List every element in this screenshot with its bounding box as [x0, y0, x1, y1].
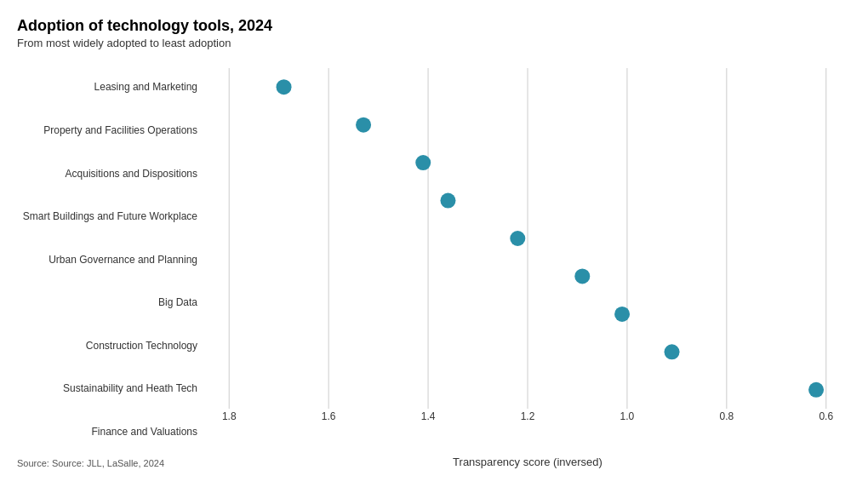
data-dot — [808, 382, 824, 398]
y-axis-label: Finance and Valuations — [17, 411, 197, 455]
y-axis-label: Construction Technology — [17, 324, 197, 368]
x-tick-label: 1.2 — [521, 410, 535, 422]
data-dot — [415, 155, 431, 170]
data-dot — [356, 118, 371, 133]
x-axis-area: 1.81.61.41.21.00.80.6Transparency score … — [204, 410, 851, 457]
plot-area: 1.81.61.41.21.00.80.6Transparency score … — [204, 66, 851, 454]
data-dot — [665, 344, 680, 359]
y-axis-label: Property and Facilities Operations — [17, 110, 197, 153]
y-axis-label: Acquisitions and Dispositions — [17, 152, 197, 196]
chart-title: Adoption of technology tools, 2024 — [17, 17, 851, 35]
y-axis-label: Leasing and Marketing — [17, 66, 197, 110]
data-dot — [440, 193, 455, 209]
x-tick-label: 0.8 — [720, 410, 734, 422]
data-dot — [510, 231, 525, 246]
y-axis-label: Urban Governance and Planning — [17, 238, 197, 282]
grid-and-dots — [204, 66, 851, 410]
x-axis-label: Transparency score (inversed) — [204, 456, 851, 468]
y-axis-label: Smart Buildings and Future Workplace — [17, 196, 197, 239]
data-dot — [277, 79, 292, 95]
x-tick-label: 1.4 — [421, 410, 436, 422]
data-dot — [614, 307, 630, 322]
x-tick-label: 0.6 — [819, 410, 833, 422]
data-dot — [574, 268, 590, 284]
y-axis-label: Big Data — [17, 282, 197, 325]
chart-container: Adoption of technology tools, 2024 From … — [0, 0, 868, 493]
x-tick-label: 1.0 — [620, 410, 635, 422]
chart-subtitle: From most widely adopted to least adopti… — [17, 37, 851, 49]
plot-svg — [204, 66, 851, 410]
y-axis-label: Sustainability and Heath Tech — [17, 368, 197, 411]
x-tick-label: 1.8 — [222, 410, 237, 422]
chart-area: Leasing and MarketingProperty and Facili… — [17, 66, 851, 454]
y-axis-labels: Leasing and MarketingProperty and Facili… — [17, 66, 204, 454]
x-tick-label: 1.6 — [322, 410, 336, 422]
